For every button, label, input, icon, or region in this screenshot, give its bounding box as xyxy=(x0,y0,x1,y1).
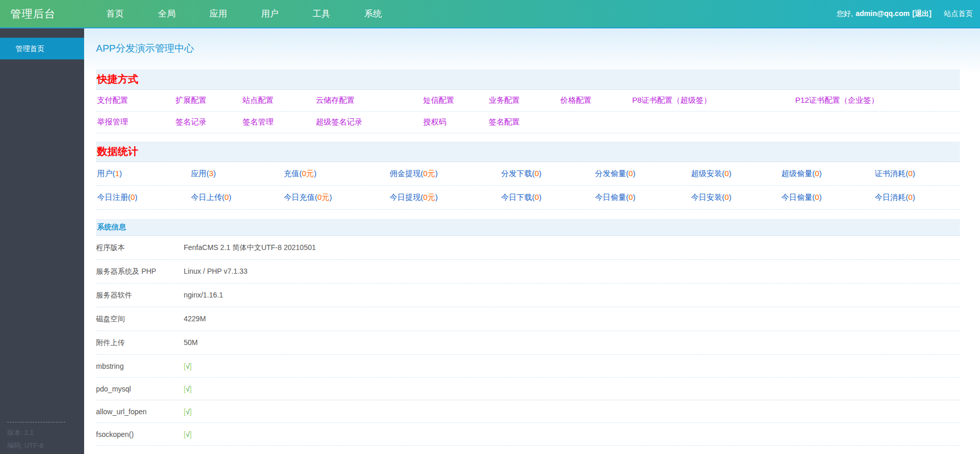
stat-label: 分发下载( xyxy=(501,169,535,178)
stat-link[interactable]: 应用(3) xyxy=(190,162,217,185)
stat-link[interactable]: 今日偷量(0) xyxy=(780,186,823,209)
shortcut-link[interactable]: 超级签名记录 xyxy=(315,112,363,133)
check-icon: √ xyxy=(186,430,190,439)
stat-paren: ) xyxy=(435,169,438,178)
stat-paren: ) xyxy=(435,193,438,201)
stat-label: 今日安装( xyxy=(691,193,725,201)
stat-cell: 今日偷量(0) xyxy=(594,186,690,209)
stat-link[interactable]: 佣金提现(0元) xyxy=(389,162,439,185)
site-home-link[interactable]: 站点首页 xyxy=(944,9,973,19)
nav-link[interactable]: 系统 xyxy=(347,0,399,27)
shortcut-link[interactable]: 支付配置 xyxy=(96,90,129,111)
shortcut-link[interactable]: P8证书配置（超级签） xyxy=(631,90,712,111)
sysinfo-value: [√] xyxy=(184,400,191,422)
nav-link[interactable]: 工具 xyxy=(296,0,347,27)
shortcut-link[interactable]: 业务配置 xyxy=(488,90,521,111)
shortcut-link[interactable]: 签名记录 xyxy=(174,112,207,133)
stat-cell: 证书消耗(0) xyxy=(874,162,960,185)
sysinfo-row: allow_url_fopen[√] xyxy=(96,400,960,423)
stats-row: 今日注册(0)今日上传(0)今日充值(0元)今日提现(0元)今日下载(0)今日偷… xyxy=(96,186,960,210)
stat-label: 佣金提现( xyxy=(390,169,423,178)
stat-link[interactable]: 今日消耗(0) xyxy=(874,186,916,209)
stat-link[interactable]: 今日提现(0元) xyxy=(389,186,439,209)
nav-link[interactable]: 应用 xyxy=(192,0,244,27)
sysinfo-row: fsockopen()[√] xyxy=(96,423,960,446)
nav-item: 首页 xyxy=(89,0,141,27)
shortcut-cell: 举报管理 xyxy=(96,112,174,133)
stat-link[interactable]: 充值(0元) xyxy=(283,162,317,185)
stats-grid: 用户(1)应用(3)充值(0元)佣金提现(0元)分发下载(0)分发偷量(0)超级… xyxy=(96,162,960,210)
shortcut-link[interactable]: P12证书配置（企业签） xyxy=(794,90,880,111)
sidebar-item[interactable]: 管理首页 xyxy=(0,38,84,59)
shortcut-cell: 扩展配置 xyxy=(174,90,242,111)
shortcut-link[interactable]: 短信配置 xyxy=(422,90,455,111)
stat-link[interactable]: 今日上传(0) xyxy=(190,186,232,209)
stat-cell: 今日安装(0) xyxy=(690,186,780,209)
page-title: APP分发演示管理中心 xyxy=(96,42,960,55)
shortcut-link[interactable]: 云储存配置 xyxy=(315,90,356,111)
sysinfo-label: 服务器软件 xyxy=(96,284,184,307)
stats-row: 用户(1)应用(3)充值(0元)佣金提现(0元)分发下载(0)分发偷量(0)超级… xyxy=(96,162,960,186)
sysinfo-table: 程序版本FenfaCMS 2.1 简体中文UTF-8 20210501服务器系统… xyxy=(96,236,960,454)
stat-link[interactable]: 今日充值(0元) xyxy=(283,186,333,209)
stat-cell: 今日偷量(0) xyxy=(780,186,874,209)
shortcut-link[interactable]: 举报管理 xyxy=(96,112,129,133)
shortcut-cell: 价格配置 xyxy=(559,90,631,111)
stat-cell: 用户(1) xyxy=(96,162,190,185)
section-shortcuts: 快捷方式 支付配置扩展配置站点配置云储存配置短信配置业务配置价格配置P8证书配置… xyxy=(96,69,960,133)
sysinfo-value: FenfaCMS 2.1 简体中文UTF-8 20210501 xyxy=(184,236,316,259)
shortcut-cell xyxy=(631,112,794,133)
stat-cell: 佣金提现(0元) xyxy=(389,162,500,185)
sysinfo-label: mbstring xyxy=(96,355,184,377)
stat-link[interactable]: 用户(1) xyxy=(96,162,123,185)
stat-link[interactable]: 分发下载(0) xyxy=(500,162,542,185)
stat-cell: 充值(0元) xyxy=(283,162,389,185)
shortcut-link[interactable]: 价格配置 xyxy=(559,90,592,111)
check-icon: √ xyxy=(186,385,190,393)
stat-link[interactable]: 今日偷量(0) xyxy=(594,186,636,209)
bracket: ] xyxy=(190,408,192,416)
stat-label: 今日注册( xyxy=(97,193,131,201)
stat-paren: ) xyxy=(819,193,822,201)
sysinfo-value: Linux / PHP v7.1.33 xyxy=(184,260,247,283)
stat-cell: 今日下载(0) xyxy=(500,186,594,209)
nav-item: 用户 xyxy=(244,0,296,27)
stat-cell: 分发下载(0) xyxy=(500,162,594,185)
stat-link[interactable]: 分发偷量(0) xyxy=(594,162,636,185)
main-nav: 首页全局应用用户工具系统 xyxy=(84,0,399,27)
stat-label: 今日下载( xyxy=(501,193,535,201)
shortcut-cell xyxy=(794,112,960,133)
shortcut-row: 举报管理签名记录签名管理超级签名记录授权码签名配置 xyxy=(96,112,960,133)
nav-link[interactable]: 全局 xyxy=(141,0,192,27)
stat-paren: ) xyxy=(729,169,731,178)
stat-link[interactable]: 超级偷量(0) xyxy=(780,162,823,185)
stat-cell: 今日充值(0元) xyxy=(283,186,389,209)
logout-link[interactable]: [退出] xyxy=(912,9,931,19)
stat-link[interactable]: 今日注册(0) xyxy=(96,186,138,209)
shortcut-link[interactable]: 站点配置 xyxy=(242,90,275,111)
stat-label: 今日消耗( xyxy=(875,193,908,201)
shortcut-row: 支付配置扩展配置站点配置云储存配置短信配置业务配置价格配置P8证书配置（超级签）… xyxy=(96,90,960,112)
nav-link[interactable]: 用户 xyxy=(244,0,296,27)
stat-paren: ) xyxy=(539,169,541,178)
shortcut-link[interactable]: 扩展配置 xyxy=(174,90,207,111)
shortcut-cell: 签名记录 xyxy=(174,112,242,133)
stat-link[interactable]: 今日下载(0) xyxy=(500,186,542,209)
sysinfo-row: 磁盘空间4229M xyxy=(96,307,960,331)
shortcut-cell: 授权码 xyxy=(422,112,488,133)
version-label: 版本: 2.1 xyxy=(7,426,65,439)
shortcut-cell: 签名配置 xyxy=(488,112,559,133)
sidebar-menu: 管理首页 xyxy=(0,38,84,59)
stat-link[interactable]: 今日安装(0) xyxy=(690,186,732,209)
nav-item: 工具 xyxy=(296,0,347,27)
shortcut-link[interactable]: 授权码 xyxy=(422,112,447,133)
shortcut-cell: P8证书配置（超级签） xyxy=(631,90,794,111)
nav-link[interactable]: 首页 xyxy=(89,0,141,27)
shortcut-cell: 短信配置 xyxy=(422,90,488,111)
shortcut-link[interactable]: 签名管理 xyxy=(242,112,275,133)
shortcut-link[interactable]: 签名配置 xyxy=(488,112,521,133)
sysinfo-label: 磁盘空间 xyxy=(96,307,184,331)
stat-paren: ) xyxy=(633,193,635,201)
stat-link[interactable]: 证书消耗(0) xyxy=(874,162,916,185)
stat-link[interactable]: 超级安装(0) xyxy=(690,162,732,185)
